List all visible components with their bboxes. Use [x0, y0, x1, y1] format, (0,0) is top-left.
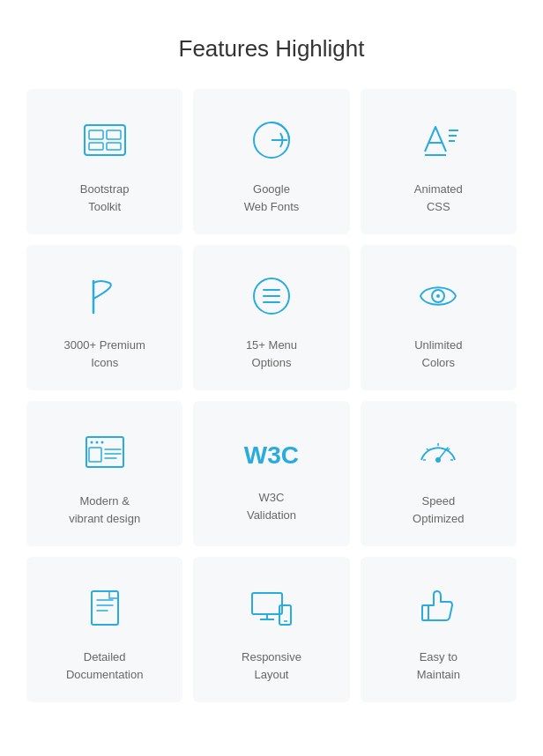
speed-icon: [412, 426, 465, 478]
card-speed-optimized-label: SpeedOptimized: [413, 493, 465, 527]
card-modern-design: Modern &vibrant design: [26, 401, 182, 546]
svg-rect-22: [89, 448, 101, 462]
thumbsup-icon: [412, 582, 465, 634]
responsive-icon: [245, 582, 298, 634]
svg-rect-33: [92, 591, 118, 625]
card-unlimited-colors: UnlimitedColors: [361, 245, 517, 390]
layout-icon: [78, 426, 131, 478]
svg-rect-42: [422, 605, 428, 620]
card-speed-optimized: SpeedOptimized: [361, 401, 517, 546]
card-detailed-docs: DetailedDocumentation: [26, 557, 182, 702]
card-bootstrap-toolkit: BootstrapToolkit: [26, 89, 182, 234]
svg-line-31: [427, 448, 429, 451]
svg-rect-4: [107, 143, 121, 150]
eye-icon: [412, 270, 465, 322]
svg-point-17: [436, 294, 440, 298]
card-responsive-layout: ResponsiveLayout: [193, 557, 349, 702]
svg-point-21: [100, 441, 103, 444]
card-menu-options: 15+ MenuOptions: [193, 245, 349, 390]
card-w3c-validation-label: W3CValidation: [247, 489, 296, 523]
svg-point-19: [90, 441, 93, 444]
svg-point-20: [95, 441, 98, 444]
google-icon: [245, 114, 298, 167]
card-unlimited-colors-label: UnlimitedColors: [414, 337, 462, 371]
svg-rect-3: [89, 143, 103, 150]
card-animated-css: AnimatedCSS: [361, 89, 517, 234]
card-modern-design-label: Modern &vibrant design: [69, 493, 140, 527]
bootstrap-icon: [78, 114, 131, 167]
menu-icon: [245, 270, 298, 322]
card-detailed-docs-label: DetailedDocumentation: [66, 649, 143, 683]
features-grid: BootstrapToolkit GoogleWeb Fonts: [0, 89, 543, 729]
svg-rect-2: [107, 130, 121, 139]
docs-icon: [78, 582, 131, 634]
page-title: Features Highlight: [0, 0, 543, 89]
w3c-text-label: W3C: [244, 441, 299, 470]
svg-rect-0: [85, 125, 125, 155]
card-google-web-fonts-label: GoogleWeb Fonts: [244, 181, 300, 215]
card-premium-icons-label: 3000+ PremiumIcons: [64, 337, 145, 371]
svg-line-27: [438, 448, 448, 460]
card-animated-css-label: AnimatedCSS: [414, 181, 463, 215]
card-responsive-layout-label: ResponsiveLayout: [242, 649, 301, 683]
card-premium-icons: 3000+ PremiumIcons: [26, 245, 182, 390]
svg-rect-37: [252, 593, 282, 614]
svg-rect-1: [89, 130, 103, 139]
card-menu-options-label: 15+ MenuOptions: [246, 337, 297, 371]
card-w3c-validation: W3C W3CValidation: [193, 401, 349, 546]
flag-icon: [78, 270, 131, 322]
card-google-web-fonts: GoogleWeb Fonts: [193, 89, 349, 234]
card-easy-maintain: Easy toMaintain: [361, 557, 517, 702]
card-easy-maintain-label: Easy toMaintain: [417, 649, 460, 683]
animated-css-icon: [412, 114, 465, 167]
card-bootstrap-toolkit-label: BootstrapToolkit: [80, 181, 130, 215]
svg-line-32: [448, 448, 450, 451]
w3c-icon: W3C: [236, 429, 307, 482]
